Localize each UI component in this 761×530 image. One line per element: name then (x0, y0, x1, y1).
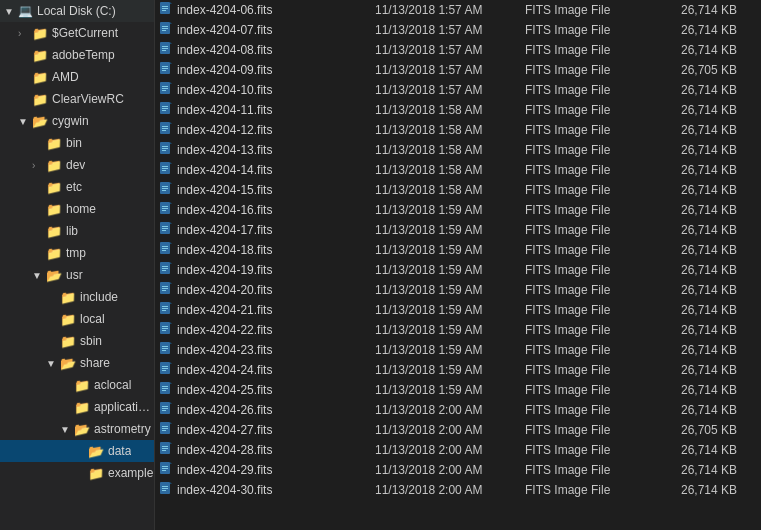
file-row[interactable]: index-4204-20.fits11/13/2018 1:59 AMFITS… (155, 280, 761, 300)
file-type: FITS Image File (517, 463, 657, 477)
sidebar-item-sbin[interactable]: 📁sbin (0, 330, 154, 352)
sidebar-item-astrometry[interactable]: ▼📂astrometry (0, 418, 154, 440)
svg-rect-44 (162, 170, 166, 171)
file-row[interactable]: index-4204-24.fits11/13/2018 1:59 AMFITS… (155, 360, 761, 380)
file-type: FITS Image File (517, 483, 657, 497)
file-date: 11/13/2018 1:58 AM (367, 143, 517, 157)
sidebar-item-lib[interactable]: 📁lib (0, 220, 154, 242)
sidebar-item-tmp[interactable]: 📁tmp (0, 242, 154, 264)
sidebar-item-aclocal[interactable]: 📁aclocal (0, 374, 154, 396)
svg-rect-114 (162, 450, 166, 451)
file-row[interactable]: index-4204-15.fits11/13/2018 1:58 AMFITS… (155, 180, 761, 200)
svg-rect-12 (162, 46, 168, 47)
file-type: FITS Image File (517, 323, 657, 337)
file-type: FITS Image File (517, 3, 657, 17)
svg-rect-73 (162, 288, 168, 289)
file-row[interactable]: index-4204-12.fits11/13/2018 1:58 AMFITS… (155, 120, 761, 140)
svg-rect-74 (162, 290, 166, 291)
file-row[interactable]: index-4204-11.fits11/13/2018 1:58 AMFITS… (155, 100, 761, 120)
sidebar-item-clearviewrc[interactable]: 📁ClearViewRC (0, 88, 154, 110)
sidebar-item-usr[interactable]: ▼📂usr (0, 264, 154, 286)
file-row[interactable]: index-4204-10.fits11/13/2018 1:57 AMFITS… (155, 80, 761, 100)
file-row[interactable]: index-4204-22.fits11/13/2018 1:59 AMFITS… (155, 320, 761, 340)
file-row[interactable]: index-4204-25.fits11/13/2018 1:59 AMFITS… (155, 380, 761, 400)
svg-rect-118 (162, 468, 168, 469)
file-date: 11/13/2018 1:59 AM (367, 243, 517, 257)
applications-label: applicatio… (94, 400, 154, 414)
sidebar-item-amd[interactable]: 📁AMD (0, 66, 154, 88)
file-size: 26,714 KB (657, 483, 737, 497)
sidebar-item-dev[interactable]: ›📁dev (0, 154, 154, 176)
sidebar-item-home[interactable]: 📁home (0, 198, 154, 220)
file-name: index-4204-20.fits (177, 283, 367, 297)
file-row[interactable]: index-4204-21.fits11/13/2018 1:59 AMFITS… (155, 300, 761, 320)
svg-rect-104 (162, 410, 166, 411)
file-row[interactable]: index-4204-28.fits11/13/2018 2:00 AMFITS… (155, 440, 761, 460)
file-row[interactable]: index-4204-06.fits11/13/2018 1:57 AMFITS… (155, 0, 761, 20)
local-label: local (80, 312, 105, 326)
svg-rect-94 (162, 370, 166, 371)
sidebar-item-include[interactable]: 📁include (0, 286, 154, 308)
sidebar-item-local[interactable]: 📁local (0, 308, 154, 330)
file-size: 26,714 KB (657, 183, 737, 197)
svg-rect-58 (162, 228, 168, 229)
svg-rect-89 (162, 350, 166, 351)
fits-file-icon (159, 362, 173, 379)
sidebar-item-data[interactable]: 📂data (0, 440, 154, 462)
svg-rect-32 (162, 126, 168, 127)
sidebar-item-cygwin[interactable]: ▼📂cygwin (0, 110, 154, 132)
svg-rect-2 (162, 6, 168, 7)
file-row[interactable]: index-4204-08.fits11/13/2018 1:57 AMFITS… (155, 40, 761, 60)
sidebar-item-adobetemp[interactable]: 📁adobeTemp (0, 44, 154, 66)
sidebar-item-applications[interactable]: 📁applicatio… (0, 396, 154, 418)
svg-marker-46 (170, 182, 172, 184)
file-date: 11/13/2018 1:57 AM (367, 43, 517, 57)
file-date: 11/13/2018 1:58 AM (367, 123, 517, 137)
file-row[interactable]: index-4204-29.fits11/13/2018 2:00 AMFITS… (155, 460, 761, 480)
file-row[interactable]: index-4204-16.fits11/13/2018 1:59 AMFITS… (155, 200, 761, 220)
svg-rect-69 (162, 270, 166, 271)
svg-marker-61 (170, 242, 172, 244)
amd-label: AMD (52, 70, 79, 84)
svg-marker-41 (170, 162, 172, 164)
file-row[interactable]: index-4204-07.fits11/13/2018 1:57 AMFITS… (155, 20, 761, 40)
file-row[interactable]: index-4204-30.fits11/13/2018 2:00 AMFITS… (155, 480, 761, 500)
file-size: 26,714 KB (657, 143, 737, 157)
astrometry-folder-icon: 📂 (74, 422, 90, 437)
sidebar-item-example[interactable]: 📁example (0, 462, 154, 484)
sidebar-item-getcurrent[interactable]: ›📁$GetCurrent (0, 22, 154, 44)
svg-rect-82 (162, 326, 168, 327)
file-type: FITS Image File (517, 83, 657, 97)
svg-rect-43 (162, 168, 168, 169)
svg-rect-48 (162, 188, 168, 189)
file-size: 26,714 KB (657, 163, 737, 177)
file-name: index-4204-23.fits (177, 343, 367, 357)
svg-marker-31 (170, 122, 172, 124)
file-row[interactable]: index-4204-17.fits11/13/2018 1:59 AMFITS… (155, 220, 761, 240)
file-size: 26,714 KB (657, 43, 737, 57)
file-row[interactable]: index-4204-19.fits11/13/2018 1:59 AMFITS… (155, 260, 761, 280)
home-label: home (66, 202, 96, 216)
file-row[interactable]: index-4204-14.fits11/13/2018 1:58 AMFITS… (155, 160, 761, 180)
svg-rect-78 (162, 308, 168, 309)
file-row[interactable]: index-4204-23.fits11/13/2018 1:59 AMFITS… (155, 340, 761, 360)
file-row[interactable]: index-4204-18.fits11/13/2018 1:59 AMFITS… (155, 240, 761, 260)
svg-rect-28 (162, 108, 168, 109)
fits-file-icon (159, 462, 173, 479)
clearviewrc-folder-icon: 📁 (32, 92, 48, 107)
local-disk-label: Local Disk (C:) (37, 4, 116, 18)
file-row[interactable]: index-4204-13.fits11/13/2018 1:58 AMFITS… (155, 140, 761, 160)
file-row[interactable]: index-4204-27.fits11/13/2018 2:00 AMFITS… (155, 420, 761, 440)
file-row[interactable]: index-4204-26.fits11/13/2018 2:00 AMFITS… (155, 400, 761, 420)
file-type: FITS Image File (517, 223, 657, 237)
sidebar-item-etc[interactable]: 📁etc (0, 176, 154, 198)
sidebar-item-bin[interactable]: 📁bin (0, 132, 154, 154)
file-type: FITS Image File (517, 163, 657, 177)
file-date: 11/13/2018 1:59 AM (367, 203, 517, 217)
fits-file-icon (159, 142, 173, 159)
astrometry-arrow: ▼ (60, 424, 74, 435)
svg-rect-34 (162, 130, 166, 131)
sidebar-item-share[interactable]: ▼📂share (0, 352, 154, 374)
sidebar-item-local-disk[interactable]: ▼💻Local Disk (C:) (0, 0, 154, 22)
file-row[interactable]: index-4204-09.fits11/13/2018 1:57 AMFITS… (155, 60, 761, 80)
